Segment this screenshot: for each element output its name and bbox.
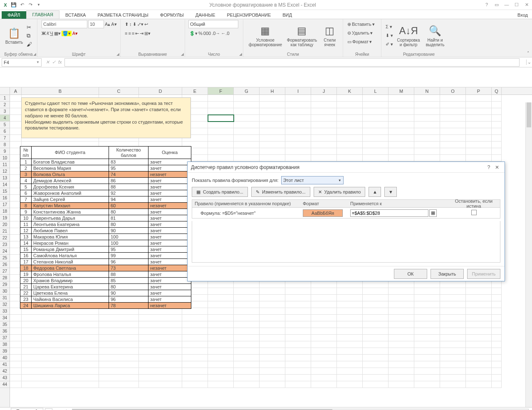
cell[interactable] bbox=[492, 321, 502, 328]
cell[interactable] bbox=[234, 361, 260, 368]
cell[interactable] bbox=[440, 308, 466, 315]
cell[interactable] bbox=[139, 321, 182, 328]
table-row[interactable]: 8Капустин Михаил60незачет bbox=[20, 203, 191, 209]
column-header[interactable]: B bbox=[22, 87, 99, 94]
selected-cell[interactable] bbox=[208, 115, 234, 122]
range-select-icon[interactable]: ▦ bbox=[429, 209, 437, 217]
cell[interactable] bbox=[182, 361, 208, 368]
cell[interactable] bbox=[285, 328, 311, 335]
table-cell[interactable]: 96 bbox=[109, 259, 148, 265]
cell[interactable] bbox=[182, 355, 208, 361]
cell[interactable] bbox=[311, 301, 337, 308]
cell[interactable] bbox=[337, 375, 363, 381]
cell[interactable] bbox=[466, 308, 492, 315]
table-cell[interactable]: Демидов Алексей bbox=[32, 178, 109, 184]
cell[interactable] bbox=[440, 122, 466, 128]
cell[interactable] bbox=[234, 108, 260, 115]
align-center-icon[interactable]: ≡ bbox=[128, 31, 131, 36]
cell[interactable] bbox=[440, 102, 466, 108]
move-up-button[interactable]: ▲ bbox=[369, 187, 381, 197]
tab-view[interactable]: ВИД bbox=[277, 11, 298, 19]
cell[interactable] bbox=[182, 341, 208, 348]
cell[interactable] bbox=[234, 335, 260, 341]
cell[interactable] bbox=[234, 308, 260, 315]
cell[interactable] bbox=[414, 375, 440, 381]
cell[interactable] bbox=[414, 155, 440, 162]
cell[interactable] bbox=[363, 155, 388, 162]
table-cell[interactable]: незачет bbox=[148, 203, 191, 209]
cell[interactable] bbox=[182, 315, 208, 321]
clear-button[interactable]: ✐ ▾ bbox=[385, 40, 394, 49]
row-header[interactable]: 41 bbox=[0, 361, 10, 368]
border-button[interactable]: ▦▾ bbox=[54, 31, 61, 36]
cell[interactable] bbox=[388, 301, 414, 308]
table-cell[interactable]: 20 bbox=[20, 278, 32, 284]
cell[interactable] bbox=[440, 288, 466, 295]
cell[interactable] bbox=[311, 295, 337, 301]
cell[interactable] bbox=[139, 335, 182, 341]
cell[interactable] bbox=[22, 321, 99, 328]
cell[interactable] bbox=[414, 368, 440, 375]
cell[interactable] bbox=[234, 148, 260, 155]
table-cell[interactable]: Лаврентьева Дарья bbox=[32, 215, 109, 221]
comma-icon[interactable]: 000 bbox=[203, 31, 211, 36]
cell[interactable] bbox=[363, 321, 388, 328]
cell[interactable] bbox=[234, 381, 260, 388]
table-cell[interactable]: зачет bbox=[148, 178, 191, 184]
cell[interactable] bbox=[234, 321, 260, 328]
table-cell[interactable]: зачет bbox=[148, 184, 191, 190]
dialog-help-icon[interactable]: ? bbox=[485, 164, 493, 170]
cell[interactable] bbox=[337, 341, 363, 348]
cell[interactable] bbox=[260, 155, 285, 162]
table-cell[interactable]: незачет bbox=[148, 171, 191, 178]
table-cell[interactable]: 95 bbox=[109, 246, 148, 253]
cell[interactable] bbox=[260, 128, 285, 135]
cell[interactable] bbox=[234, 288, 260, 295]
cell[interactable] bbox=[440, 115, 466, 122]
cell[interactable] bbox=[285, 115, 311, 122]
cell[interactable] bbox=[285, 355, 311, 361]
cell[interactable] bbox=[414, 315, 440, 321]
redo-icon[interactable]: ↷ bbox=[27, 1, 34, 9]
cell[interactable] bbox=[414, 128, 440, 135]
cell[interactable] bbox=[10, 102, 22, 108]
cell[interactable] bbox=[234, 95, 260, 102]
cell[interactable] bbox=[208, 155, 234, 162]
table-cell[interactable]: 23 bbox=[20, 296, 32, 303]
decrease-decimal-icon[interactable]: ←.0 bbox=[221, 31, 229, 36]
cell[interactable] bbox=[260, 115, 285, 122]
cell[interactable] bbox=[440, 315, 466, 321]
wrap-text-icon[interactable]: ↩ bbox=[144, 22, 148, 27]
cell[interactable] bbox=[260, 95, 285, 102]
cell[interactable] bbox=[139, 375, 182, 381]
cell[interactable] bbox=[10, 381, 22, 388]
sheet-tab-active[interactable]: Пример 1 bbox=[11, 408, 43, 410]
cell[interactable] bbox=[311, 315, 337, 321]
cell[interactable] bbox=[440, 355, 466, 361]
table-row[interactable]: 15Романцов Дмитрий95зачет bbox=[20, 246, 191, 253]
row-header[interactable]: 1 bbox=[0, 95, 10, 102]
table-cell[interactable]: 100 bbox=[109, 240, 148, 246]
cell[interactable] bbox=[208, 102, 234, 108]
cell[interactable] bbox=[492, 102, 502, 108]
cell[interactable] bbox=[466, 102, 492, 108]
cell[interactable] bbox=[388, 335, 414, 341]
table-cell[interactable]: 12 bbox=[20, 228, 32, 234]
cell[interactable] bbox=[440, 142, 466, 148]
cell[interactable] bbox=[311, 128, 337, 135]
cell[interactable] bbox=[414, 288, 440, 295]
ribbon-collapse-icon[interactable]: ˄ bbox=[527, 51, 530, 56]
cell[interactable] bbox=[388, 321, 414, 328]
cell[interactable] bbox=[337, 128, 363, 135]
cell[interactable] bbox=[388, 95, 414, 102]
cell[interactable] bbox=[234, 341, 260, 348]
row-header[interactable]: 44 bbox=[0, 381, 10, 388]
row-header[interactable]: 37 bbox=[0, 335, 10, 341]
row-header[interactable]: 15 bbox=[0, 188, 10, 195]
currency-icon[interactable]: 💲▾ bbox=[189, 31, 198, 36]
table-cell[interactable]: 3 bbox=[20, 171, 32, 178]
cell[interactable] bbox=[466, 295, 492, 301]
table-row[interactable]: 5Дорофеева Ксения88зачет bbox=[20, 184, 191, 190]
cell[interactable] bbox=[337, 148, 363, 155]
table-cell[interactable]: незачет bbox=[148, 265, 191, 271]
